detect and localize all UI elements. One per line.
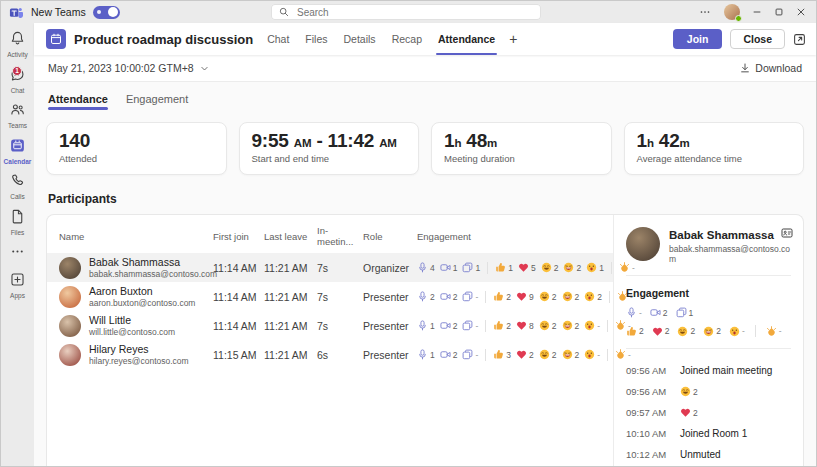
search-bar[interactable] <box>271 4 541 20</box>
share-icon <box>462 320 473 331</box>
card-value: 140 <box>59 130 214 152</box>
share-icon <box>462 291 473 302</box>
engagement-surprised: - <box>729 326 745 337</box>
detail-media-row: -21 <box>626 307 791 318</box>
sidebar: Activity1ChatTeamsCalendarCallsFilesApps <box>1 23 34 466</box>
engagement-count: 2 <box>639 326 644 336</box>
engagement-count: - <box>475 321 478 331</box>
titlebar-more-button[interactable] <box>698 5 712 19</box>
sidebar-item-files[interactable]: Files <box>1 204 34 240</box>
engagement-heart: 2 <box>680 407 698 418</box>
engagement-camera: 2 <box>440 291 458 302</box>
engagement-laugh: 2 <box>680 386 698 397</box>
search-input[interactable] <box>295 6 533 19</box>
participant-name: Will Little <box>89 314 175 327</box>
table-row[interactable]: Will Littlewill.little@contoso.com11:14 … <box>47 311 613 340</box>
engagement-count: 9 <box>529 292 534 302</box>
engagement-cell: 41115221- <box>417 262 603 274</box>
sidebar-item-calendar[interactable]: Calendar <box>1 133 34 169</box>
column-header-engagement: Engagement <box>417 231 603 242</box>
table-row[interactable]: Hilary Reyeshilary.reyes@contoso.com11:1… <box>47 340 613 369</box>
engagement-count: 2 <box>453 292 458 302</box>
report-tab-engagement[interactable]: Engagement <box>126 93 188 110</box>
laugh-icon <box>541 262 552 273</box>
participant-role: Presenter <box>363 291 413 303</box>
titlebar: New Teams <box>1 1 816 23</box>
in-meeting-duration: 7s <box>317 291 359 303</box>
summary-card: 9:55 AM - 11:42 AMStart and end time <box>239 122 420 175</box>
meeting-date-selector[interactable]: May 21, 2023 10:00:02 GTM+8 <box>48 62 209 74</box>
minimize-button[interactable] <box>752 7 762 17</box>
meeting-title: Product roadmap discussion <box>74 32 253 47</box>
open-in-window-icon[interactable] <box>793 33 806 46</box>
camera-icon <box>650 307 661 318</box>
table-row[interactable]: Babak Shammassababak.shammassa@contoso.c… <box>47 253 613 282</box>
participant-detail-panel: Babak Shammassa babak.shammassa@contoso.… <box>613 215 803 466</box>
tab-details[interactable]: Details <box>344 23 376 55</box>
meeting-tabs: ChatFilesDetailsRecapAttendance <box>267 23 495 55</box>
phone-icon <box>9 172 26 189</box>
meeting-header: Product roadmap discussion ChatFilesDeta… <box>34 23 816 55</box>
tab-chat[interactable]: Chat <box>267 23 289 55</box>
summary-card: 1h 42mAverage attendance time <box>624 122 805 175</box>
sidebar-item-calls[interactable]: Calls <box>1 168 34 204</box>
engagement-count: 4 <box>430 263 435 273</box>
column-header-name: Name <box>59 231 209 242</box>
sidebar-item-label: Activity <box>7 52 28 59</box>
engagement-count: 2 <box>716 326 721 336</box>
download-button[interactable]: Download <box>740 62 802 74</box>
laugh-icon <box>680 386 691 397</box>
engagement-share: 1 <box>462 262 480 273</box>
maximize-button[interactable] <box>774 7 784 17</box>
tab-attendance[interactable]: Attendance <box>438 23 495 55</box>
engagement-count: 3 <box>506 350 511 360</box>
sidebar-item-teams[interactable]: Teams <box>1 97 34 133</box>
card-value: 9:55 AM - 11:42 AM <box>252 130 407 152</box>
heart-icon <box>680 407 691 418</box>
sidebar-item-apps[interactable]: Apps <box>1 267 34 303</box>
sidebar-item-activity[interactable]: Activity <box>1 26 34 62</box>
sidebar-item-label: Chat <box>11 88 25 95</box>
participant-name: Aaron Buxton <box>89 285 195 298</box>
add-tab-button[interactable]: + <box>509 32 517 46</box>
card-label: Start and end time <box>252 153 407 164</box>
participants-table: NameFirst joinLast leaveIn-meetin...Role… <box>47 215 613 466</box>
table-row[interactable]: Aaron Buxtonaaron.buxton@contoso.com11:1… <box>47 282 613 311</box>
timeline-time: 10:10 AM <box>626 428 671 439</box>
surprised-icon <box>584 349 595 360</box>
avatar <box>626 227 660 261</box>
sidebar-item-label: Calendar <box>4 159 32 166</box>
engagement-count: 2 <box>554 263 559 273</box>
last-leave: 11:21 AM <box>264 262 313 274</box>
contact-card-icon[interactable] <box>781 227 793 241</box>
close-window-button[interactable] <box>796 7 806 17</box>
engagement-count: 1 <box>453 263 458 273</box>
close-button[interactable]: Close <box>730 29 785 49</box>
timeline-event: 10:10 AMJoined Room 1 <box>626 423 791 444</box>
engagement-count: 1 <box>475 263 480 273</box>
engagement-surprised: - <box>584 349 600 360</box>
user-avatar[interactable] <box>724 4 740 20</box>
surprised-icon <box>586 262 597 273</box>
people-icon <box>9 101 26 118</box>
teams-window: New Teams Activity1ChatTeamsCalendarCall… <box>0 0 817 467</box>
mic-icon <box>417 291 428 302</box>
avatar <box>59 344 81 366</box>
engagement-joy: 2 <box>562 349 580 360</box>
engagement-count: 2 <box>575 292 580 302</box>
engagement-count: 2 <box>597 292 602 302</box>
divider <box>487 262 488 274</box>
card-label: Meeting duration <box>444 153 599 164</box>
divider <box>755 325 756 337</box>
join-button[interactable]: Join <box>673 29 723 49</box>
participant-email: hilary.reyes@contoso.com <box>89 356 189 366</box>
attendance-report: AttendanceEngagement 140Attended9:55 AM … <box>34 82 816 466</box>
tab-recap[interactable]: Recap <box>392 23 422 55</box>
sidebar-item-chat[interactable]: 1Chat <box>1 62 34 98</box>
heart-icon <box>516 320 527 331</box>
report-tab-attendance[interactable]: Attendance <box>48 93 108 110</box>
tab-files[interactable]: Files <box>305 23 327 55</box>
new-teams-toggle[interactable] <box>93 6 120 19</box>
engagement-count: 2 <box>575 321 580 331</box>
sidebar-item-more[interactable] <box>1 239 34 267</box>
